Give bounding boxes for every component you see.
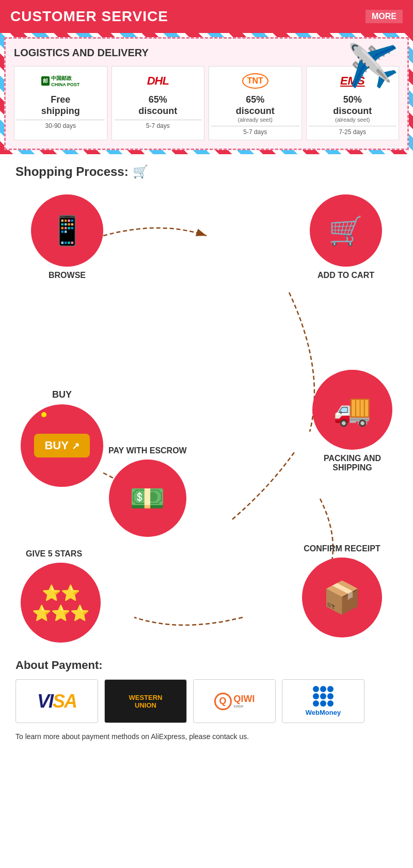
payment-logos: VISA WESTERN UNION Q QIWI киви — [15, 679, 398, 723]
dhl-discount: 65%discount — [114, 94, 202, 117]
western-union-card: WESTERN UNION — [104, 679, 187, 723]
tnt-discount: 65%discount — [211, 94, 299, 117]
browse-label: BROWSE — [49, 271, 86, 280]
buy-label-top: BUY — [52, 389, 72, 400]
step-packing: 🚚 PACKING AND SHIPPING — [312, 370, 392, 472]
tnt-note: (already seet) — [211, 117, 299, 123]
more-button[interactable]: MORE — [366, 10, 403, 23]
page-title: CUSTOMER SERVICE — [10, 8, 168, 25]
process-title: Shopping Process: 🛒 — [15, 165, 398, 179]
visa-card: VISA — [15, 679, 98, 723]
confirm-label: CONFIRM RECEIPT — [304, 544, 380, 553]
webmoney-card: WebMoney — [282, 679, 364, 723]
shopping-process-section: Shopping Process: 🛒 — [0, 154, 413, 648]
chinapost-discount: Freeshipping — [17, 94, 105, 117]
dhl-days: 5-7 days — [114, 120, 202, 129]
step-stars: GIVE 5 STARS ⭐⭐⭐⭐⭐ — [21, 545, 101, 643]
step-browse: 📱 BROWSE — [31, 194, 103, 280]
qiwi-logo: Q QIWI киви — [214, 693, 255, 710]
step-confirm: CONFIRM RECEIPT 📦 — [302, 540, 382, 637]
payment-title: About Payment: — [15, 659, 398, 672]
qiwi-card: Q QIWI киви — [193, 679, 276, 723]
visa-logo: VISA — [37, 691, 76, 712]
airplane-icon: ✈️ — [347, 42, 399, 90]
ems-discount: 50%discount — [309, 94, 397, 117]
payment-section: About Payment: VISA WESTERN UNION Q QIWI… — [0, 648, 413, 752]
webmoney-logo: WebMoney — [306, 686, 341, 716]
step-buy: BUY BUY ↗ — [21, 385, 103, 487]
payment-note: To learn more about payment methods on A… — [15, 731, 398, 742]
pay-label: PAY WITH ESCROW — [108, 446, 187, 455]
cart-icon: 🛒 — [133, 165, 148, 179]
stars-label: GIVE 5 STARS — [26, 549, 82, 559]
carrier-tnt: TNT 65%discount (already seet) 5-7 days — [209, 66, 302, 140]
step-pay: PAY WITH ESCROW 💵 — [108, 442, 187, 537]
tnt-days: 5-7 days — [211, 126, 299, 136]
packing-label: PACKING AND SHIPPING — [319, 454, 386, 472]
logistics-inner: LOGISTICS AND DELIVERY ✈️ 邮 中国邮政CHINA PO… — [4, 37, 409, 150]
western-union-logo: WESTERN UNION — [129, 694, 163, 709]
dhl-logo: DHL — [114, 71, 202, 91]
step-add-to-cart: 🛒 ADD TO CART — [310, 194, 382, 280]
carrier-dhl: DHL 65%discount 5-7 days — [112, 66, 205, 140]
header: CUSTOMER SERVICE MORE — [0, 0, 413, 33]
chinapost-logo: 邮 中国邮政CHINA POST — [17, 71, 105, 91]
ems-days: 7-25 days — [309, 126, 397, 136]
ems-note: (already seet) — [309, 117, 397, 123]
logistics-title: LOGISTICS AND DELIVERY — [14, 47, 399, 59]
logistics-section: LOGISTICS AND DELIVERY ✈️ 邮 中国邮政CHINA PO… — [0, 33, 413, 154]
add-to-cart-label: ADD TO CART — [317, 271, 374, 280]
process-steps-container: 📱 BROWSE 🛒 ADD TO CART BUY BUY ↗ — [15, 189, 398, 638]
carrier-grid: 邮 中国邮政CHINA POST Freeshipping 30-90 days… — [14, 66, 399, 140]
chinapost-days: 30-90 days — [17, 120, 105, 129]
carrier-chinapost: 邮 中国邮政CHINA POST Freeshipping 30-90 days — [14, 66, 107, 140]
tnt-logo: TNT — [211, 71, 299, 91]
